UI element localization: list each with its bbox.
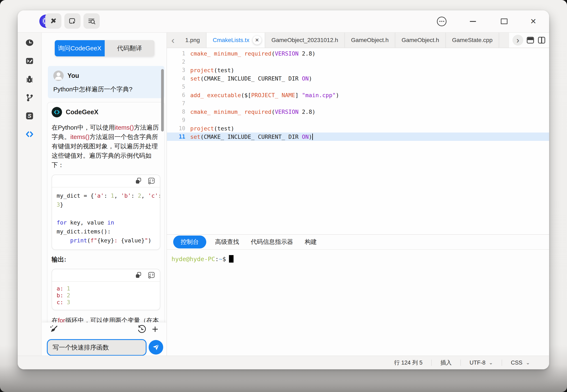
close-button[interactable]: ✕ — [526, 10, 541, 32]
text-segment: (CMAKE_ INCLUDE_ CURRENT_ DIR — [200, 75, 302, 82]
text-segment: ON — [302, 75, 309, 82]
text-segment: 2 — [67, 292, 70, 299]
editor-tab[interactable]: GameState.cpp — [446, 33, 499, 48]
run-window-icon — [69, 17, 76, 25]
status-item[interactable]: 行 124 列 5 — [385, 359, 431, 366]
editor-code-line[interactable]: 6add_ executable($[PROJECT_ NAME] "main.… — [167, 91, 549, 99]
terminal-prompt: hyde@hyde-PC:~$ — [171, 255, 226, 263]
editor-area: ‹ 1.pngCmakeLists.tx✕GameObject_20231012… — [167, 33, 549, 356]
sidebar-item-codegeex[interactable] — [25, 130, 34, 138]
tab-close-button[interactable]: ✕ — [253, 36, 261, 44]
status-item[interactable]: CSS⌄ — [502, 360, 539, 366]
text-segment: : — [60, 285, 63, 292]
text-segment: print — [70, 237, 87, 244]
text-segment: in — [107, 219, 114, 226]
editor-tabs: 1.pngCmakeLists.tx✕GameObject_20231012.h… — [179, 33, 499, 48]
editor-code-line[interactable]: 10project(test) — [167, 124, 549, 133]
text-segment: VERSION — [275, 109, 298, 115]
text-segment: "main.cpp" — [302, 92, 336, 98]
code-editor[interactable]: 1cmake_ minimum_ required(VERSION 2.8)23… — [167, 48, 549, 234]
insert-code-icon[interactable] — [148, 178, 155, 184]
send-button[interactable] — [149, 340, 163, 355]
maximize-button[interactable] — [497, 10, 512, 32]
code-block: my_dict = {'a': 1, 'b': 2, 'c':3} for ke… — [52, 175, 160, 250]
tabs-scroll-left-button[interactable]: ‹ — [167, 33, 179, 48]
bottom-panel-tab[interactable]: 构建 — [299, 238, 323, 246]
user-message-text: Python中怎样遍历一个字典? — [53, 85, 159, 94]
tabs-scroll-right-button[interactable]: › — [512, 35, 523, 46]
editor-tab[interactable]: GameObject_20231012.h — [265, 33, 345, 48]
editor-code-line[interactable]: 4set(CMAKE_ INCLUDE_ CURRENT_ DIR ON) — [167, 74, 549, 83]
assistant-name: CodeGeeX — [66, 108, 99, 116]
editor-code-line[interactable]: 1cmake_ minimum_ required(VERSION 2.8) — [167, 49, 549, 58]
terminal[interactable]: hyde@hyde-PC:~$ — [171, 255, 549, 263]
bottom-panel-tab[interactable]: 控制台 — [173, 236, 206, 248]
text-segment: (test) — [214, 67, 234, 73]
more-options-button[interactable] — [434, 10, 449, 32]
bottom-panel-tab[interactable]: 高级查找 — [209, 238, 245, 246]
chat-scroll-area[interactable]: You Python中怎样遍历一个字典? CodeGeeX 在Python中，可… — [42, 62, 167, 322]
code-line: 3} — [57, 200, 155, 209]
user-message-card: You Python中怎样遍历一个字典? — [48, 66, 164, 98]
sidebar-item-debug[interactable] — [25, 75, 34, 84]
status-item[interactable]: 插入 — [432, 359, 460, 366]
editor-code-line[interactable]: 9 — [167, 116, 549, 124]
editor-code-line[interactable]: 5 — [167, 83, 549, 91]
user-name: You — [68, 72, 79, 80]
chat-mode-tabs: 询问CodeGeeX代码翻译 — [55, 40, 155, 56]
minimize-button[interactable] — [466, 10, 481, 32]
text-segment: } — [60, 201, 63, 208]
chat-tab[interactable]: 代码翻译 — [105, 40, 155, 56]
chat-scrollbar[interactable] — [161, 69, 164, 131]
line-number: 2 — [167, 59, 190, 65]
activity-bar: S — [18, 33, 42, 356]
editor-code-line[interactable]: 3project(test) — [167, 66, 549, 74]
editor-code-line[interactable]: 11set(CMAKE_ INCLUDE_ CURRENT_ DIR ON) — [167, 133, 549, 141]
text-segment: 'a' — [94, 193, 104, 199]
build-hammer-button[interactable] — [45, 13, 61, 29]
run-button[interactable] — [64, 13, 81, 29]
editor-tab[interactable]: CmakeLists.tx✕ — [207, 33, 265, 48]
editor-tab[interactable]: GameObject.h — [395, 33, 446, 48]
editor-code-line[interactable]: 7 — [167, 99, 549, 108]
text-segment: ON — [302, 134, 309, 140]
copy-icon[interactable] — [135, 178, 142, 184]
hammer-icon — [49, 17, 57, 25]
insert-code-icon[interactable] — [148, 272, 155, 279]
copy-icon[interactable] — [135, 272, 142, 279]
line-content: set(CMAKE_ INCLUDE_ CURRENT_ DIR ON) — [190, 134, 313, 140]
chat-input-bar: + — [42, 322, 167, 356]
send-icon — [152, 343, 160, 351]
text-segment: set — [190, 75, 200, 82]
chat-input[interactable] — [47, 339, 146, 356]
text-segment: 1 — [67, 285, 70, 292]
chat-tab[interactable]: 询问CodeGeeX — [55, 40, 105, 56]
split-vertical-icon[interactable] — [538, 36, 546, 44]
sidebar-item-history[interactable] — [25, 39, 34, 47]
sidebar-item-git[interactable] — [25, 93, 34, 102]
bottom-panel-tab[interactable]: 代码信息指示器 — [245, 238, 299, 246]
status-item[interactable]: UTF-8⌄ — [461, 360, 502, 366]
chat-history-button[interactable] — [137, 325, 146, 335]
split-horizontal-icon[interactable] — [526, 36, 535, 44]
bottom-panel: 控制台高级查找代码信息指示器构建 hyde@hyde-PC:~$ — [167, 234, 549, 356]
history-icon — [137, 325, 146, 334]
code-line — [57, 209, 155, 218]
new-chat-button[interactable]: + — [152, 323, 158, 336]
line-number: 11 — [167, 134, 190, 140]
line-content: add_ executable($[PROJECT_ NAME] "main.c… — [190, 92, 339, 98]
sidebar-item-terminal-edit[interactable] — [25, 57, 34, 65]
editor-tab[interactable]: 1.png — [179, 33, 207, 48]
output-block: a: 1b: 2c: 3 — [52, 269, 160, 310]
sidebar-item-s-plugin[interactable]: S — [25, 112, 34, 120]
editor-tab-label: GameObject.h — [401, 37, 439, 43]
text-segment: my_dict.items(): — [57, 228, 111, 235]
editor-tab[interactable]: GameObject.h — [345, 33, 396, 48]
output-block-content: a: 1b: 2c: 3 — [52, 282, 160, 310]
clear-chat-button[interactable] — [49, 325, 58, 335]
search-in-files-button[interactable] — [84, 13, 100, 29]
editor-tabbar-actions: › — [509, 33, 549, 48]
editor-code-line[interactable]: 8cmake_ minimum_ required(VERSION 2.8) — [167, 108, 549, 116]
text-segment: c — [57, 299, 60, 306]
editor-code-line[interactable]: 2 — [167, 58, 549, 66]
